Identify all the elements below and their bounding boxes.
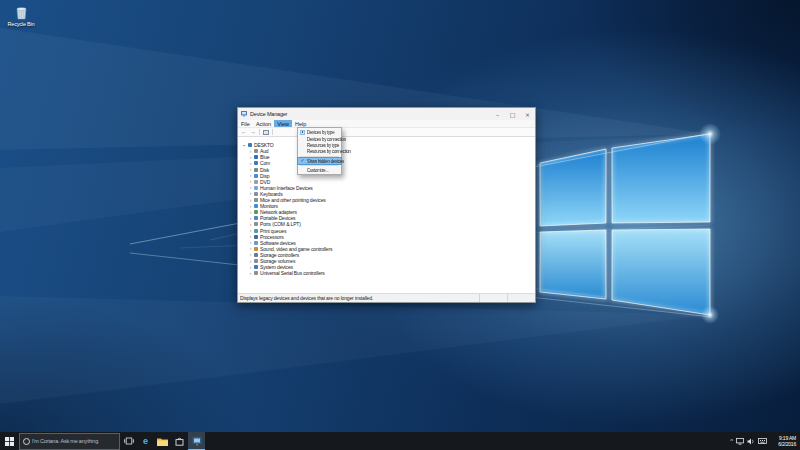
tree-item-label: Disk bbox=[260, 167, 269, 173]
tree-item[interactable]: ›Monitors bbox=[248, 203, 278, 209]
disk-drive-icon bbox=[254, 168, 258, 172]
toolbar: ← → bbox=[238, 128, 535, 137]
tree-item-label: Storage controllers bbox=[260, 252, 299, 258]
tree-item[interactable]: ›Human Interface Devices bbox=[248, 185, 313, 191]
tree-item[interactable]: ›Software devices bbox=[248, 240, 296, 246]
maximize-button[interactable]: □ bbox=[505, 108, 520, 120]
device-manager-icon bbox=[241, 111, 247, 117]
recycle-bin-shortcut[interactable]: Recycle Bin bbox=[4, 6, 38, 27]
expand-chevron-icon[interactable]: › bbox=[248, 265, 253, 270]
storage-volume-icon bbox=[254, 259, 258, 263]
expand-chevron-icon[interactable]: › bbox=[248, 191, 253, 196]
menu-help[interactable]: Help bbox=[292, 120, 309, 127]
tree-item[interactable]: ›Disk bbox=[248, 167, 269, 173]
tree-item[interactable]: ›Blue bbox=[248, 154, 269, 160]
expand-chevron-icon[interactable]: › bbox=[248, 149, 253, 154]
menu-file[interactable]: File bbox=[238, 120, 253, 127]
menu-item-label: Show hidden devices bbox=[307, 158, 344, 164]
tree-item[interactable]: ›Com bbox=[248, 160, 270, 166]
tree-item[interactable]: ›Portable Devices bbox=[248, 215, 295, 221]
title-bar[interactable]: Device Manager – □ × bbox=[238, 108, 535, 120]
network-icon[interactable] bbox=[736, 438, 744, 445]
menu-item-customize[interactable]: Customize... bbox=[298, 167, 341, 173]
menu-separator bbox=[300, 156, 339, 157]
tree-item[interactable]: ›Keyboards bbox=[248, 191, 283, 197]
device-manager-app-icon bbox=[192, 436, 202, 446]
cortana-search-box[interactable]: I'm Cortana. Ask me anything. bbox=[19, 433, 120, 450]
status-bar-cell bbox=[479, 294, 507, 302]
tree-item-label: Processors bbox=[260, 234, 284, 240]
expand-chevron-icon[interactable]: › bbox=[242, 143, 247, 148]
edge-button[interactable]: e bbox=[137, 432, 154, 450]
computer-icon bbox=[248, 143, 252, 147]
edge-icon: e bbox=[143, 437, 148, 446]
tree-item[interactable]: ›Network adapters bbox=[248, 209, 297, 215]
menu-action[interactable]: Action bbox=[253, 120, 274, 127]
tree-item[interactable]: ›Sound, video and game controllers bbox=[248, 246, 332, 252]
tree-item-label: Portable Devices bbox=[260, 215, 295, 221]
tree-item[interactable]: ›Mice and other pointing devices bbox=[248, 197, 326, 203]
status-bar-text: Displays legacy devices and devices that… bbox=[240, 295, 479, 301]
tree-item-label: System devices bbox=[260, 264, 293, 270]
tree-item[interactable]: ›Storage controllers bbox=[248, 252, 299, 258]
volume-icon[interactable] bbox=[747, 438, 755, 445]
tree-item-label: Storage volumes bbox=[260, 258, 295, 264]
radio-selected-icon bbox=[300, 130, 305, 135]
toolbar-separator bbox=[272, 129, 273, 135]
tree-root-label: DESKTO bbox=[254, 142, 274, 148]
back-icon[interactable]: ← bbox=[241, 129, 247, 135]
menu-item-label: Resources by type bbox=[307, 142, 339, 148]
tree-root[interactable]: › DESKTO bbox=[242, 142, 274, 148]
tree-item[interactable]: ›DVD bbox=[248, 179, 270, 185]
tree-item-label: Com bbox=[260, 160, 270, 166]
expand-chevron-icon[interactable]: › bbox=[248, 198, 253, 203]
storage-controller-icon bbox=[254, 253, 258, 257]
window-title: Device Manager bbox=[250, 111, 287, 117]
tree-item-label: Human Interface Devices bbox=[260, 185, 313, 191]
menu-bar: File Action View Help bbox=[238, 120, 535, 128]
file-explorer-button[interactable] bbox=[154, 432, 171, 450]
tree-item[interactable]: ›Disp bbox=[248, 173, 269, 179]
touch-keyboard-icon[interactable] bbox=[758, 438, 767, 444]
expand-chevron-icon[interactable]: › bbox=[248, 259, 253, 264]
computer-icon bbox=[254, 161, 258, 165]
tree-item[interactable]: ›Storage volumes bbox=[248, 258, 295, 264]
menu-item-label: Devices by connection bbox=[307, 136, 346, 142]
view-dropdown-menu: Devices by type Devices by connection Re… bbox=[297, 127, 342, 175]
expand-chevron-icon[interactable]: › bbox=[248, 210, 253, 215]
windows-logo-icon bbox=[5, 437, 14, 446]
forward-icon[interactable]: → bbox=[250, 129, 256, 135]
device-manager-taskbar-button[interactable] bbox=[188, 432, 205, 450]
tree-item-label: Monitors bbox=[260, 203, 278, 209]
tree-item[interactable]: ›Ports (COM & LPT) bbox=[248, 221, 301, 227]
menu-item-label: Customize... bbox=[307, 167, 329, 173]
start-button[interactable] bbox=[0, 432, 19, 450]
menu-item-resources-by-connection[interactable]: Resources by connection bbox=[298, 148, 341, 154]
expand-chevron-icon[interactable]: › bbox=[248, 252, 253, 257]
store-button[interactable] bbox=[171, 432, 188, 450]
expand-chevron-icon[interactable]: › bbox=[248, 271, 253, 276]
mouse-icon bbox=[254, 198, 258, 202]
tree-item[interactable]: ›Aud bbox=[248, 148, 268, 154]
expand-chevron-icon[interactable]: › bbox=[248, 204, 253, 209]
console-tree-icon[interactable] bbox=[263, 130, 269, 135]
task-view-button[interactable] bbox=[120, 432, 137, 450]
tree-item[interactable]: ›Print queues bbox=[248, 228, 286, 234]
close-button[interactable]: × bbox=[520, 108, 535, 120]
tree-item-label: Keyboards bbox=[260, 191, 283, 197]
tree-item[interactable]: ›System devices bbox=[248, 264, 293, 270]
tree-item[interactable]: ›Processors bbox=[248, 234, 284, 240]
recycle-bin-icon bbox=[15, 6, 28, 20]
menu-view[interactable]: View bbox=[274, 120, 292, 127]
minimize-button[interactable]: – bbox=[490, 108, 505, 120]
usb-controller-icon bbox=[254, 271, 258, 275]
hid-device-icon bbox=[254, 186, 258, 190]
menu-item-show-hidden-devices[interactable]: ✓ Show hidden devices bbox=[298, 158, 341, 164]
tree-item-label: DVD bbox=[260, 179, 270, 185]
tree-item[interactable]: ›Universal Serial Bus controllers bbox=[248, 270, 325, 276]
printer-icon bbox=[254, 229, 258, 233]
monitor-icon bbox=[254, 204, 258, 208]
processor-icon bbox=[254, 235, 258, 239]
taskbar-clock[interactable]: 9:19 AM 6/2/2016 bbox=[770, 435, 796, 447]
tray-chevron-up-icon[interactable]: ^ bbox=[730, 438, 733, 444]
